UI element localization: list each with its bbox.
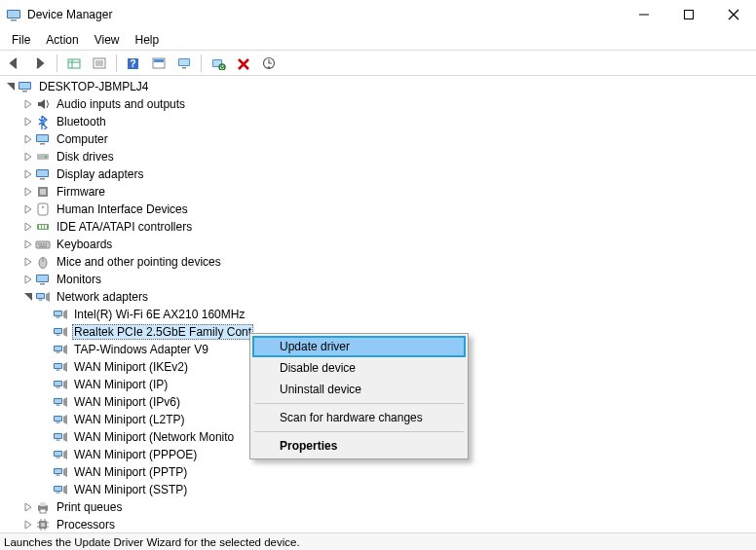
expand-icon[interactable] (21, 115, 35, 128)
context-menu-item[interactable]: Update driver (252, 336, 466, 357)
no-expand (39, 325, 53, 339)
svg-rect-75 (57, 405, 60, 406)
no-expand (39, 378, 53, 391)
menu-file[interactable]: File (4, 31, 38, 49)
tree-item[interactable]: Print queues (4, 498, 756, 516)
update-icon[interactable] (257, 53, 281, 74)
expand-icon[interactable] (21, 150, 35, 164)
expand-icon[interactable] (21, 97, 35, 111)
menu-action[interactable]: Action (38, 31, 86, 49)
tree-item[interactable]: Network adapters (4, 288, 756, 306)
expand-icon[interactable] (21, 273, 35, 286)
hid-icon (35, 202, 51, 217)
svg-rect-43 (45, 225, 47, 229)
device-tree-scroll[interactable]: DESKTOP-JBMPLJ4Audio inputs and outputsB… (0, 76, 756, 532)
tree-item[interactable]: Disk drives (4, 148, 756, 165)
remove-icon[interactable] (232, 53, 255, 74)
tree-item[interactable]: WAN Miniport (PPTP) (4, 463, 756, 481)
tree-item[interactable]: Audio inputs and outputs (4, 95, 756, 113)
help-icon[interactable]: ? (122, 53, 145, 74)
context-menu-item[interactable]: Uninstall device (252, 379, 466, 400)
svg-rect-78 (57, 422, 60, 423)
tree-item-label: IDE ATA/ATAPI controllers (55, 220, 194, 234)
tree-item[interactable]: Display adapters (4, 165, 756, 183)
tree-item-label: Intel(R) Wi-Fi 6E AX210 160MHz (72, 308, 246, 321)
tree-item-label: WAN Miniport (IPv6) (72, 395, 182, 409)
svg-rect-89 (55, 487, 61, 491)
tree-item[interactable]: Mice and other pointing devices (4, 253, 756, 271)
menu-view[interactable]: View (87, 31, 128, 49)
status-text: Launches the Update Driver Wizard for th… (4, 536, 300, 548)
expand-icon[interactable] (21, 238, 35, 251)
expand-icon[interactable] (21, 185, 35, 199)
svg-rect-17 (154, 59, 164, 62)
expand-icon[interactable] (21, 220, 35, 234)
tree-item-label: DESKTOP-JBMPLJ4 (37, 80, 150, 93)
expand-icon[interactable] (21, 167, 35, 181)
tree-item[interactable]: IDE ATA/ATAPI controllers (4, 218, 756, 236)
svg-rect-92 (40, 502, 46, 506)
nic-icon (53, 359, 68, 375)
svg-rect-27 (22, 91, 27, 92)
show-hidden-icon[interactable] (62, 53, 86, 74)
maximize-button[interactable] (666, 0, 711, 29)
tree-item-label: TAP-Windows Adapter V9 (72, 343, 210, 356)
tree-item[interactable]: Intel(R) Wi-Fi 6E AX210 160MHz (4, 306, 756, 323)
close-button[interactable] (711, 0, 756, 29)
no-expand (39, 483, 53, 496)
svg-rect-31 (37, 154, 49, 160)
no-expand (39, 308, 53, 321)
nic-icon (53, 324, 68, 340)
svg-rect-77 (55, 417, 61, 421)
network-icon (35, 289, 51, 305)
tree-item[interactable]: Computer (4, 130, 756, 148)
tree-item[interactable]: Bluetooth (4, 113, 756, 130)
tree-item[interactable]: WAN Miniport (SSTP) (4, 481, 756, 498)
expand-icon[interactable] (21, 500, 35, 514)
computer-icon[interactable] (172, 53, 196, 74)
computer-icon (18, 79, 33, 94)
context-menu-item[interactable]: Scan for hardware changes (252, 407, 466, 428)
expand-icon[interactable] (21, 202, 35, 216)
back-arrow-icon[interactable] (3, 53, 26, 74)
context-menu-item[interactable]: Properties (252, 435, 466, 457)
scan-hardware-icon[interactable] (207, 53, 230, 74)
svg-rect-37 (40, 189, 46, 195)
collapse-icon[interactable] (4, 80, 18, 93)
svg-rect-34 (37, 170, 48, 176)
svg-rect-4 (685, 11, 694, 19)
tree-item-label: Computer (55, 132, 110, 146)
svg-rect-38 (38, 203, 48, 215)
expand-icon[interactable] (21, 255, 35, 269)
tree-item[interactable]: Firmware (4, 183, 756, 201)
tree-item[interactable]: Keyboards (4, 236, 756, 253)
svg-rect-19 (179, 59, 189, 65)
svg-rect-49 (39, 246, 47, 247)
svg-rect-7 (68, 59, 80, 68)
app-icon (6, 7, 21, 22)
action-icon[interactable] (147, 53, 170, 74)
context-menu-separator (254, 431, 464, 432)
forward-arrow-icon[interactable] (28, 53, 52, 74)
computer-cat-icon (35, 131, 51, 147)
svg-rect-41 (39, 225, 41, 229)
collapse-icon[interactable] (21, 290, 35, 304)
svg-rect-57 (39, 300, 43, 301)
tree-item[interactable]: DESKTOP-JBMPLJ4 (4, 78, 756, 95)
disk-icon (35, 149, 51, 165)
nic-icon (53, 394, 68, 410)
svg-rect-72 (57, 387, 60, 388)
properties-pane-icon[interactable] (88, 53, 111, 74)
context-menu-item[interactable]: Disable device (252, 357, 466, 379)
svg-rect-86 (55, 469, 61, 473)
tree-item[interactable]: Monitors (4, 271, 756, 288)
tree-item-label: Disk drives (55, 150, 116, 164)
menu-help[interactable]: Help (128, 31, 168, 49)
nic-icon (53, 447, 68, 462)
tree-item[interactable]: Processors (4, 516, 756, 532)
minimize-button[interactable] (622, 0, 666, 29)
expand-icon[interactable] (21, 518, 35, 532)
monitor-icon (35, 272, 51, 287)
expand-icon[interactable] (21, 132, 35, 146)
tree-item[interactable]: Human Interface Devices (4, 201, 756, 218)
